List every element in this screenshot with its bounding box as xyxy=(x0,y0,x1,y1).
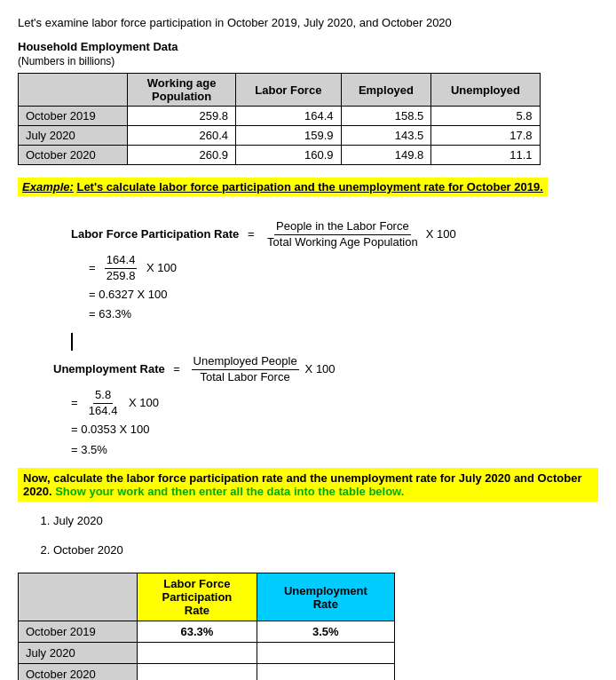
work-list: July 2020 October 2020 xyxy=(53,514,598,557)
example-block: Example: Let's calculate labor force par… xyxy=(18,178,548,196)
ur-line4: = 3.5% xyxy=(71,441,598,460)
lfpr-x100: X 100 xyxy=(426,225,456,244)
result-col-header-empty xyxy=(19,573,138,621)
ur-line2: = 5.8 164.4 X 100 xyxy=(71,388,598,419)
ur-x100: X 100 xyxy=(305,360,336,379)
result-table: Labor ForceParticipationRate Unemploymen… xyxy=(18,573,395,680)
row-working-age-jul2020: 260.4 xyxy=(128,126,236,146)
list-item-2: October 2020 xyxy=(53,543,598,557)
row-employed-oct2019: 158.5 xyxy=(341,107,431,126)
ur-fraction: Unemployed People Total Labor Force xyxy=(192,354,299,385)
ur-step1-num: 5.8 xyxy=(93,388,113,404)
lfpr-label: Labor Force Participation Rate xyxy=(71,225,239,244)
intro-text: Let's examine labor force participation … xyxy=(18,16,598,29)
now-green-text: Show your work and then enter all the da… xyxy=(55,485,404,498)
ur-step1-eq: = xyxy=(71,396,81,409)
ur-step1-den: 164.4 xyxy=(87,404,120,419)
lfpr-calc: Labor Force Participation Rate = People … xyxy=(71,219,598,324)
result-label-jul2020: July 2020 xyxy=(19,643,138,664)
ur-line1: Unemployment Rate = Unemployed People To… xyxy=(53,354,598,385)
ur-frac-den: Total Labor Force xyxy=(198,370,291,385)
household-table-title: Household Employment Data xyxy=(18,40,598,53)
table-row: July 2020 260.4 159.9 143.5 17.8 xyxy=(19,126,541,146)
lfpr-step1-frac: 164.4 259.8 xyxy=(105,253,138,284)
lfpr-step1-eq: = xyxy=(89,261,99,274)
row-employed-oct2020: 149.8 xyxy=(341,146,431,165)
lfpr-fraction: People in the Labor Force Total Working … xyxy=(265,219,420,250)
ur-step1-frac: 5.8 164.4 xyxy=(87,388,120,419)
result-lfpr-oct2020 xyxy=(138,664,257,680)
col-header-empty xyxy=(19,74,128,107)
row-unemployed-oct2019: 5.8 xyxy=(431,107,540,126)
household-table-subtitle: (Numbers in billions) xyxy=(18,55,598,67)
result-label-oct2019: October 2019 xyxy=(19,621,138,643)
result-col-header-ur: UnemploymentRate xyxy=(257,573,395,621)
col-header-unemployed: Unemployed xyxy=(431,74,540,107)
result-row-oct2020: October 2020 xyxy=(19,664,395,680)
result-label-oct2020: October 2020 xyxy=(19,664,138,680)
vertical-divider xyxy=(71,333,73,351)
table-row: October 2020 260.9 160.9 149.8 11.1 xyxy=(19,146,541,165)
ur-frac-num: Unemployed People xyxy=(192,354,299,370)
row-label-oct2020: October 2020 xyxy=(19,146,128,165)
lfpr-step2: = 0.6327 X 100 xyxy=(89,288,168,301)
now-block: Now, calculate the labor force participa… xyxy=(18,468,598,502)
ur-label: Unemployment Rate xyxy=(53,360,165,379)
ur-equals: = xyxy=(170,360,184,379)
result-row-jul2020: July 2020 xyxy=(19,643,395,664)
row-labor-force-jul2020: 159.9 xyxy=(236,126,341,146)
table-row: October 2019 259.8 164.4 158.5 5.8 xyxy=(19,107,541,126)
row-working-age-oct2019: 259.8 xyxy=(128,107,236,126)
row-working-age-oct2020: 260.9 xyxy=(128,146,236,165)
result-ur-jul2020 xyxy=(257,643,395,664)
result-ur-oct2020 xyxy=(257,664,395,680)
ur-calc: Unemployment Rate = Unemployed People To… xyxy=(53,354,598,459)
lfpr-line2: = 164.4 259.8 X 100 xyxy=(89,253,598,284)
ur-step1-x100: X 100 xyxy=(129,396,159,409)
row-label-oct2019: October 2019 xyxy=(19,107,128,126)
household-employment-table: Working agePopulation Labor Force Employ… xyxy=(18,73,541,165)
ur-step2: = 0.0353 X 100 xyxy=(71,423,150,436)
example-text: Let's calculate labor force participatio… xyxy=(76,180,542,194)
result-row-oct2019: October 2019 63.3% 3.5% xyxy=(19,621,395,643)
row-label-jul2020: July 2020 xyxy=(19,126,128,146)
row-unemployed-oct2020: 11.1 xyxy=(431,146,540,165)
result-lfpr-oct2019: 63.3% xyxy=(138,621,257,643)
col-header-employed: Employed xyxy=(341,74,431,107)
lfpr-equals: = xyxy=(244,225,257,244)
result-col-header-lfpr: Labor ForceParticipationRate xyxy=(138,573,257,621)
result-lfpr-jul2020 xyxy=(138,643,257,664)
col-header-working-age: Working agePopulation xyxy=(128,74,236,107)
lfpr-step1-x100: X 100 xyxy=(146,261,177,274)
lfpr-line4: = 63.3% xyxy=(89,305,598,324)
row-labor-force-oct2019: 164.4 xyxy=(236,107,341,126)
row-employed-jul2020: 143.5 xyxy=(341,126,431,146)
list-item-1: July 2020 xyxy=(53,514,598,527)
lfpr-frac-den: Total Working Age Population xyxy=(265,235,420,250)
ur-line3: = 0.0353 X 100 xyxy=(71,421,598,439)
lfpr-frac-num: People in the Labor Force xyxy=(274,219,411,235)
lfpr-step1-num: 164.4 xyxy=(105,253,138,269)
ur-result: = 3.5% xyxy=(71,443,107,456)
example-label: Example: xyxy=(22,180,74,194)
row-labor-force-oct2020: 160.9 xyxy=(236,146,341,165)
lfpr-line1: Labor Force Participation Rate = People … xyxy=(71,219,598,250)
lfpr-result: = 63.3% xyxy=(89,307,131,320)
lfpr-line3: = 0.6327 X 100 xyxy=(89,286,598,304)
col-header-labor-force: Labor Force xyxy=(236,74,341,107)
result-ur-oct2019: 3.5% xyxy=(257,621,395,643)
lfpr-step1-den: 259.8 xyxy=(105,269,138,284)
row-unemployed-jul2020: 17.8 xyxy=(431,126,540,146)
